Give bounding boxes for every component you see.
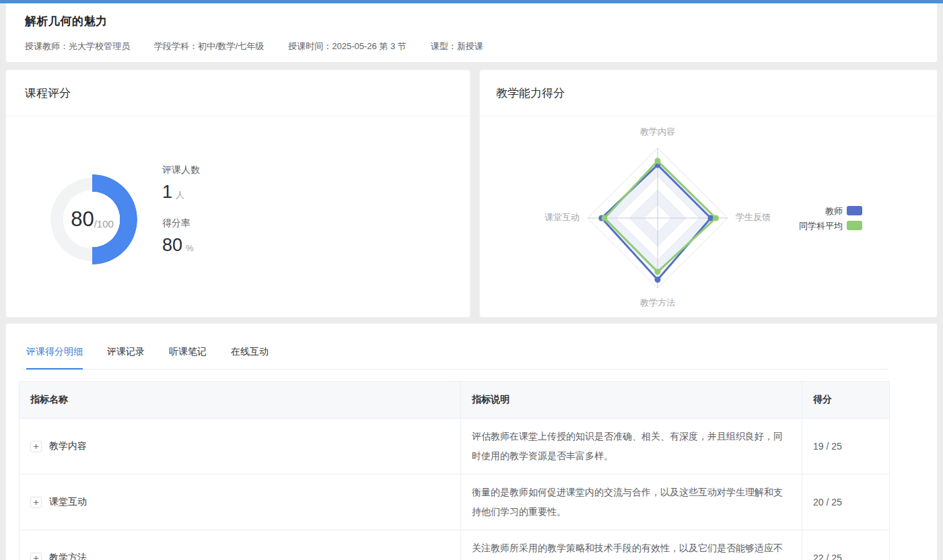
radar-chart: 教学内容 学生反馈 教学方法 课堂互动 教师 同学科平均 [480, 117, 937, 318]
legend-swatch[interactable] [847, 206, 862, 215]
meta-time: 授课时间：2025-05-26 第 3 节 [288, 40, 407, 53]
radar-legend[interactable]: 教师 同学科平均 [799, 206, 862, 231]
legend-label-subject-average[interactable]: 同学科平均 [799, 221, 843, 231]
donut-score-max: /100 [94, 218, 114, 230]
table-header-row: 指标名称 指标说明 得分 [20, 382, 890, 419]
donut-center-label: 80 /100 [42, 169, 143, 270]
header-indicator-name: 指标名称 [20, 382, 461, 419]
score-donut-chart: 80 /100 [42, 169, 143, 270]
table-row: +教学内容 评估教师在课堂上传授的知识是否准确、相关、有深度，并且组织良好，同时… [20, 419, 890, 475]
lesson-header-card: 解析几何的魅力 授课教师：光大学校管理员 学段学科：初中/数学/七年级 授课时间… [5, 3, 938, 63]
expand-row-button[interactable]: + [30, 497, 42, 508]
radar-axis-label-left: 课堂互动 [545, 212, 580, 222]
radar-grid [588, 148, 728, 288]
meta-subject: 学段学科：初中/数学/七年级 [154, 40, 264, 53]
radar-axis-label-bottom: 教学方法 [640, 298, 675, 308]
course-score-card: 课程评分 80 /100 评课人数 1人 得分率 80% [5, 69, 470, 318]
header-score: 得分 [802, 382, 890, 419]
indicator-name: 课堂互动 [49, 496, 87, 508]
stat-rate-label: 得分率 [162, 217, 200, 230]
page-title: 解析几何的魅力 [25, 13, 918, 29]
expand-row-button[interactable]: + [30, 441, 42, 452]
detail-tabs: 评课得分明细 评课记录 听课笔记 在线互动 [21, 346, 888, 370]
stat-reviewers-label: 评课人数 [162, 164, 200, 176]
tab-review-records[interactable]: 评课记录 [107, 346, 145, 369]
legend-swatch[interactable] [847, 221, 862, 230]
indicator-score: 20 / 25 [802, 475, 890, 530]
lesson-meta: 授课教师：光大学校管理员 学段学科：初中/数学/七年级 授课时间：2025-05… [25, 40, 918, 53]
table-row: +课堂互动 衡量的是教师如何促进课堂内的交流与合作，以及这些互动对学生理解和支持… [20, 475, 890, 530]
indicator-name: 教学内容 [49, 440, 87, 452]
donut-score: 80 [71, 207, 94, 232]
indicator-name: 教学方法 [49, 552, 87, 560]
stat-reviewers-value: 1人 [162, 182, 200, 203]
teaching-ability-card-title: 教学能力得分 [480, 70, 937, 116]
expand-row-button[interactable]: + [30, 553, 42, 560]
score-stats: 评课人数 1人 得分率 80% [162, 164, 200, 271]
tab-listening-notes[interactable]: 听课笔记 [169, 346, 207, 369]
indicator-desc: 衡量的是教师如何促进课堂内的交流与合作，以及这些互动对学生理解和支持他们学习的重… [461, 475, 802, 530]
score-detail-table: 指标名称 指标说明 得分 +教学内容 评估教师在课堂上传授的知识是否准确、相关、… [19, 381, 890, 560]
indicator-score: 22 / 25 [802, 530, 890, 560]
stat-rate-value: 80% [162, 235, 200, 256]
indicator-score: 19 / 25 [802, 419, 890, 475]
radar-axis-label-right: 学生反馈 [736, 212, 771, 222]
table-row: +教学方法 关注教师所采用的教学策略和技术手段的有效性，以及它们是否能够适应不同… [20, 530, 890, 560]
header-indicator-desc: 指标说明 [461, 382, 802, 419]
radar-axis-label-top: 教学内容 [640, 127, 675, 137]
teaching-ability-card: 教学能力得分 教学内容 学生反馈 教学方法 课堂互动 教师 同学科平均 [479, 69, 938, 318]
detail-section: 评课得分明细 评课记录 听课笔记 在线互动 指标名称 指标说明 得分 +教学内容… [5, 323, 938, 560]
meta-teacher: 授课教师：光大学校管理员 [25, 40, 130, 53]
indicator-desc: 评估教师在课堂上传授的知识是否准确、相关、有深度，并且组织良好，同时使用的教学资… [461, 419, 802, 475]
tab-score-detail[interactable]: 评课得分明细 [26, 346, 83, 370]
legend-label-teacher[interactable]: 教师 [825, 206, 843, 216]
meta-course-type: 课型：新授课 [431, 40, 483, 53]
indicator-desc: 关注教师所采用的教学策略和技术手段的有效性，以及它们是否能够适应不同的学习风格和… [461, 530, 802, 560]
course-score-card-title: 课程评分 [6, 70, 470, 116]
tab-online-interaction[interactable]: 在线互动 [231, 346, 269, 369]
